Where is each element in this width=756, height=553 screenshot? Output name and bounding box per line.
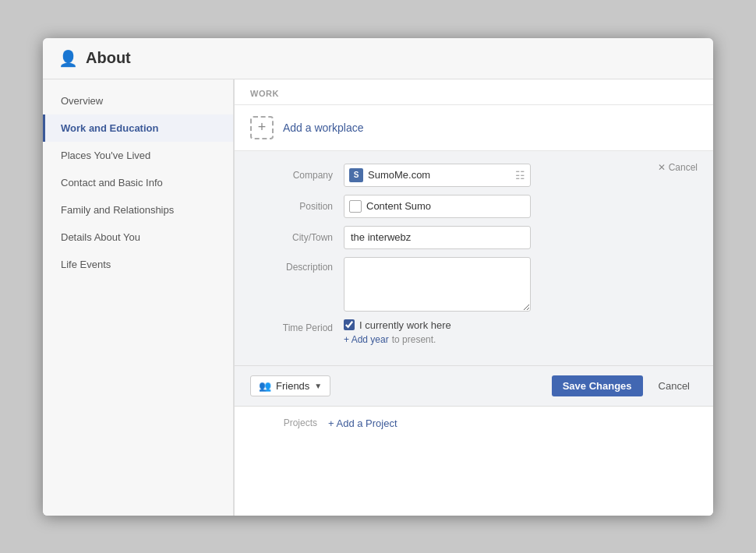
save-changes-button[interactable]: Save Changes — [552, 375, 643, 396]
cancel-button[interactable]: Cancel — [651, 375, 698, 396]
to-present-label: to present. — [392, 334, 436, 345]
page-title: About — [86, 49, 131, 67]
sidebar-item-contact-basic[interactable]: Contact and Basic Info — [43, 169, 233, 196]
city-input[interactable] — [344, 226, 531, 249]
friends-audience-button[interactable]: 👥 Friends ▼ — [250, 375, 330, 396]
add-project-link[interactable]: + Add a Project — [328, 417, 397, 429]
sidebar-item-work-education[interactable]: Work and Education — [43, 114, 233, 142]
sidebar-item-family-relationships[interactable]: Family and Relationships — [43, 196, 233, 224]
person-icon: 👤 — [58, 49, 78, 68]
projects-label: Projects — [250, 417, 328, 428]
timeperiod-label: Time Period — [266, 319, 344, 333]
description-row: Description — [266, 257, 698, 312]
company-icon: S — [349, 168, 363, 182]
company-row: Company S SumoMe.com ☷ — [266, 164, 698, 187]
timeperiod-wrap: I currently work here + Add year to pres… — [344, 319, 451, 345]
sidebar-item-overview[interactable]: Overview — [43, 87, 233, 114]
description-label: Description — [266, 257, 344, 273]
currently-work-label: I currently work here — [359, 319, 451, 331]
add-workplace-link[interactable]: Add a workplace — [283, 122, 364, 134]
friends-icon: 👥 — [259, 380, 271, 392]
city-row: City/Town — [266, 226, 698, 249]
timeperiod-row: Time Period I currently work here + Add … — [266, 319, 698, 345]
header: 👤 About — [43, 38, 713, 79]
add-year-row: + Add year to present. — [344, 334, 451, 345]
friends-label: Friends — [276, 380, 309, 392]
sidebar: Overview Work and Education Places You'v… — [43, 79, 234, 516]
position-row: Position Content Sumo — [266, 195, 698, 218]
sidebar-item-places-lived[interactable]: Places You've Lived — [43, 142, 233, 169]
save-row: 👥 Friends ▼ Save Changes Cancel — [235, 366, 713, 407]
position-label: Position — [266, 201, 344, 212]
city-label: City/Town — [266, 232, 344, 243]
edit-icon: ☷ — [515, 169, 525, 181]
page-wrapper: 👤 About Overview Work and Education Plac… — [43, 38, 713, 516]
position-value: Content Sumo — [366, 200, 431, 212]
add-workplace-row: + Add a workplace — [235, 105, 713, 151]
currently-work-row: I currently work here — [344, 319, 451, 331]
section-header-work: WORK — [235, 79, 713, 105]
add-year-link[interactable]: + Add year — [344, 334, 389, 345]
chevron-down-icon: ▼ — [314, 382, 322, 390]
form-area: ✕ Cancel Company S SumoMe.com ☷ Position — [235, 151, 713, 366]
currently-work-checkbox[interactable] — [344, 319, 355, 330]
company-value: SumoMe.com — [368, 169, 510, 181]
position-icon — [349, 200, 362, 213]
body: Overview Work and Education Places You'v… — [43, 79, 713, 516]
cancel-top-button[interactable]: ✕ Cancel — [658, 162, 698, 173]
main-content: WORK + Add a workplace ✕ Cancel Company … — [234, 79, 713, 516]
company-input[interactable]: S SumoMe.com ☷ — [344, 164, 531, 187]
position-input[interactable]: Content Sumo — [344, 195, 531, 218]
company-label: Company — [266, 170, 344, 181]
sidebar-item-life-events[interactable]: Life Events — [43, 251, 233, 278]
sidebar-item-details-about[interactable]: Details About You — [43, 224, 233, 251]
description-input[interactable] — [344, 257, 531, 312]
add-workplace-button[interactable]: + — [250, 116, 274, 139]
projects-row: Projects + Add a Project — [235, 407, 713, 440]
